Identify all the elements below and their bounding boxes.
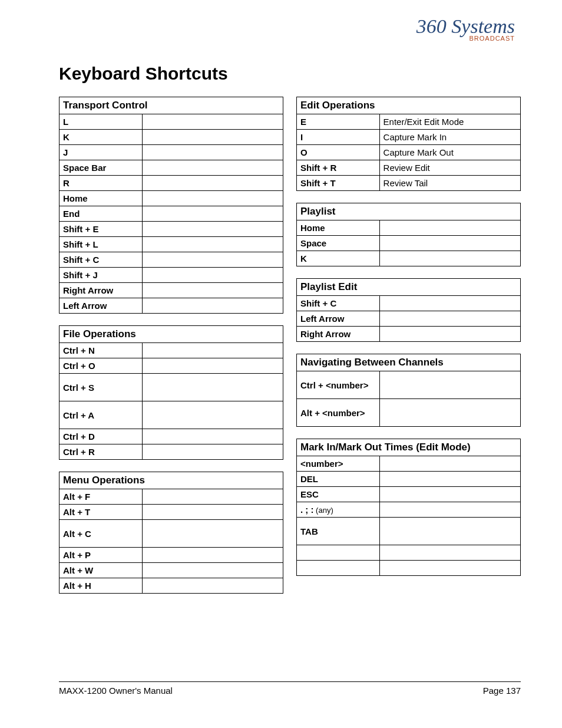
shortcut-description (142, 548, 283, 563)
shortcut-key: O (297, 145, 380, 160)
left-column: Transport ControlLKJSpace BarRHomeEndShi… (59, 97, 283, 605)
shortcut-description (379, 487, 520, 502)
shortcut-key: <number> (297, 456, 380, 472)
shortcut-description (142, 343, 283, 358)
table-row: Ctrl + S (59, 374, 283, 401)
shortcut-key: Left Arrow (59, 298, 143, 314)
shortcut-key: Shift + E (59, 222, 143, 237)
shortcut-description: Enter/Exit Edit Mode (379, 114, 520, 130)
shortcut-description (379, 296, 520, 311)
shortcut-description (142, 176, 283, 191)
shortcut-description (142, 130, 283, 145)
table-row: Shift + C (297, 296, 521, 311)
shortcut-key: Alt + F (59, 489, 143, 505)
shortcut-description: Review Tail (379, 176, 520, 191)
shortcut-key: End (59, 206, 143, 222)
table-row: . ; : (any) (297, 502, 521, 518)
shortcut-description (142, 145, 283, 160)
shortcut-key: Home (297, 220, 380, 236)
section-header: Transport Control (59, 97, 283, 114)
shortcut-description (379, 502, 520, 518)
shortcut-key: Right Arrow (59, 283, 143, 298)
table-row: Alt + H (59, 578, 283, 594)
table-row: Ctrl + N (59, 343, 283, 358)
shortcut-description (379, 327, 520, 342)
shortcut-key: DEL (297, 472, 380, 487)
section-header: Playlist Edit (297, 279, 521, 296)
shortcut-key: Shift + L (59, 237, 143, 252)
shortcut-description (379, 220, 520, 236)
shortcut-key: TAB (297, 518, 380, 545)
table-row: ESC (297, 487, 521, 502)
shortcut-key: R (59, 176, 143, 191)
shortcut-description (142, 358, 283, 374)
shortcut-key: Alt + T (59, 505, 143, 520)
table-row: Shift + J (59, 268, 283, 283)
table-row: ICapture Mark In (297, 130, 521, 145)
shortcut-key: Ctrl + R (59, 444, 143, 460)
table-row: TAB (297, 518, 521, 545)
shortcut-description (142, 206, 283, 222)
shortcut-description (379, 561, 520, 576)
table-row: Shift + C (59, 252, 283, 268)
shortcut-key: Ctrl + N (59, 343, 143, 358)
key-qualifier: (any) (314, 506, 333, 515)
shortcut-key: I (297, 130, 380, 145)
table-row: Alt + P (59, 548, 283, 563)
table-row: Shift + E (59, 222, 283, 237)
shortcut-table: Playlist EditShift + CLeft ArrowRight Ar… (296, 278, 521, 342)
shortcut-description (379, 518, 520, 545)
shortcut-columns: Transport ControlLKJSpace BarRHomeEndShi… (59, 97, 521, 605)
shortcut-description (379, 456, 520, 472)
shortcut-key: Ctrl + <number> (297, 371, 380, 399)
shortcut-description (142, 268, 283, 283)
table-row: Space Bar (59, 160, 283, 176)
shortcut-key: Ctrl + A (59, 401, 143, 429)
table-row: Right Arrow (297, 327, 521, 342)
table-row: Alt + F (59, 489, 283, 505)
shortcut-description (379, 399, 520, 427)
shortcut-description (142, 401, 283, 429)
shortcut-description (142, 578, 283, 594)
shortcut-key: Alt + H (59, 578, 143, 594)
shortcut-description (142, 520, 283, 548)
section-header: Menu Operations (59, 472, 283, 489)
shortcut-key (297, 561, 380, 576)
shortcut-description (142, 444, 283, 460)
shortcut-key: Right Arrow (297, 327, 380, 342)
shortcut-description (142, 298, 283, 314)
table-row: Left Arrow (297, 311, 521, 327)
shortcut-table: Menu OperationsAlt + FAlt + TAlt + CAlt … (59, 472, 283, 594)
table-row: Alt + <number> (297, 399, 521, 427)
table-row: K (59, 130, 283, 145)
table-row: <number> (297, 456, 521, 472)
table-row: Ctrl + A (59, 401, 283, 429)
shortcut-key: Ctrl + D (59, 429, 143, 444)
shortcut-description (142, 222, 283, 237)
shortcut-key: Shift + J (59, 268, 143, 283)
table-row: Ctrl + O (59, 358, 283, 374)
table-row: DEL (297, 472, 521, 487)
table-row: Ctrl + R (59, 444, 283, 460)
shortcut-key: Shift + T (297, 176, 380, 191)
shortcut-key: Alt + W (59, 563, 143, 578)
footer-page-number: Page 137 (483, 686, 521, 696)
table-row (297, 545, 521, 561)
table-row: K (297, 251, 521, 266)
shortcut-description: Review Edit (379, 160, 520, 176)
table-row: Shift + TReview Tail (297, 176, 521, 191)
shortcut-key: Shift + C (297, 296, 380, 311)
shortcut-key: Shift + C (59, 252, 143, 268)
table-row: R (59, 176, 283, 191)
shortcut-key: K (59, 130, 143, 145)
section-header: Navigating Between Channels (297, 354, 521, 371)
right-column: Edit OperationsEEnter/Exit Edit ModeICap… (296, 97, 521, 605)
shortcut-description (379, 236, 520, 251)
brand-logo: 360 Systems BROADCAST (59, 18, 521, 59)
shortcut-description (142, 237, 283, 252)
shortcut-table: File OperationsCtrl + NCtrl + OCtrl + SC… (59, 325, 283, 460)
shortcut-key: J (59, 145, 143, 160)
shortcut-description (379, 472, 520, 487)
table-row: Alt + W (59, 563, 283, 578)
shortcut-description (142, 563, 283, 578)
